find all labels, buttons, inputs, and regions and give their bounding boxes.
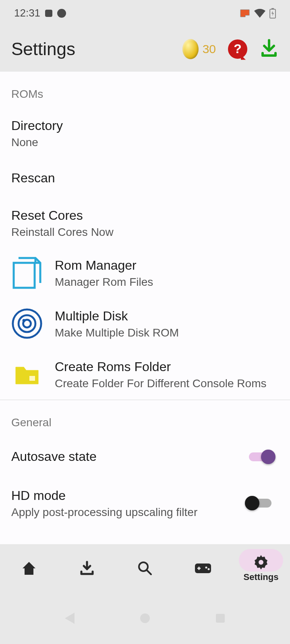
section-roms-label: ROMs [0, 72, 290, 109]
directory-value: None [11, 136, 279, 149]
svg-point-4 [19, 315, 35, 332]
bottom-nav: Settings [0, 544, 290, 592]
coins-button[interactable]: 30 [182, 39, 216, 59]
help-button[interactable]: ? [228, 39, 247, 59]
battery-icon [269, 8, 276, 19]
home-icon [21, 560, 37, 576]
settings-content: ROMs Directory None Rescan Reset Cores R… [0, 72, 290, 544]
multiple-disk-subtitle: Make Multiple Disk ROM [55, 326, 279, 339]
multiple-disk-item[interactable]: Multiple Disk Make Multiple Disk ROM [0, 298, 290, 349]
orientation-item[interactable]: Emulation Screen Orientation [0, 530, 290, 544]
download-arrow-icon [259, 39, 279, 58]
system-nav [0, 592, 290, 644]
nav-settings[interactable]: Settings [232, 544, 290, 592]
directory-item[interactable]: Directory None [0, 109, 290, 158]
rom-manager-subtitle: Manager Rom Files [55, 276, 279, 289]
svg-point-3 [13, 310, 41, 338]
svg-rect-1 [271, 8, 274, 9]
notification-badge-icon [45, 10, 52, 17]
rom-manager-title: Rom Manager [55, 257, 279, 274]
svg-rect-2 [14, 263, 35, 288]
svg-point-6 [23, 319, 26, 322]
svg-point-16 [140, 613, 150, 623]
file-stack-icon [11, 257, 43, 289]
nav-home[interactable] [0, 544, 58, 592]
svg-point-15 [259, 560, 263, 565]
orientation-title: Emulation Screen Orientation [11, 541, 279, 544]
gamepad-icon [194, 563, 212, 574]
page-title: Settings [11, 39, 75, 59]
autosave-title: Autosave state [11, 448, 241, 465]
directory-title: Directory [11, 118, 279, 134]
status-bar: 12:31 [0, 0, 290, 26]
gear-icon [253, 554, 269, 570]
hdmode-toggle[interactable] [249, 499, 271, 508]
rescan-item[interactable]: Rescan [0, 158, 290, 199]
section-general-label: General [0, 400, 290, 437]
sys-back[interactable] [62, 610, 78, 626]
svg-rect-7 [29, 376, 35, 381]
svg-rect-17 [216, 614, 225, 623]
sys-home[interactable] [137, 610, 153, 626]
rescan-title: Rescan [11, 170, 279, 187]
svg-line-9 [147, 570, 151, 574]
create-folder-item[interactable]: Create Roms Folder Create Folder For Dif… [0, 349, 290, 400]
svg-point-14 [208, 568, 210, 570]
download-button[interactable] [259, 39, 279, 60]
svg-point-13 [205, 567, 207, 569]
nav-search[interactable] [116, 544, 174, 592]
search-icon [137, 560, 153, 576]
folder-icon [11, 359, 43, 390]
autosave-item[interactable]: Autosave state [0, 437, 290, 477]
reset-cores-item[interactable]: Reset Cores Reinstall Cores Now [0, 198, 290, 248]
coin-count: 30 [203, 42, 216, 56]
autosave-toggle[interactable] [249, 452, 271, 461]
cast-icon [240, 9, 250, 18]
hdmode-item[interactable]: HD mode Apply post-processing upscaling … [0, 476, 290, 530]
wifi-icon [254, 9, 265, 18]
sys-recent[interactable] [212, 610, 228, 626]
reset-cores-subtitle: Reinstall Cores Now [11, 226, 279, 239]
status-time: 12:31 [14, 7, 40, 19]
disc-icon [11, 308, 43, 339]
create-folder-subtitle: Create Folder For Different Console Roms [55, 377, 279, 390]
hdmode-subtitle: Apply post-processing upscaling filter [11, 506, 241, 519]
reset-cores-title: Reset Cores [11, 207, 279, 224]
coin-icon [182, 39, 199, 59]
nav-controllers[interactable] [174, 544, 232, 592]
nav-settings-label: Settings [244, 572, 279, 582]
multiple-disk-title: Multiple Disk [55, 308, 279, 325]
app-header: Settings 30 ? [0, 26, 290, 72]
nav-downloads[interactable] [58, 544, 116, 592]
notification-circle-icon [57, 9, 66, 18]
download-tray-icon [79, 560, 95, 576]
rom-manager-item[interactable]: Rom Manager Manager Rom Files [0, 248, 290, 298]
hdmode-title: HD mode [11, 487, 241, 504]
create-folder-title: Create Roms Folder [55, 359, 279, 376]
